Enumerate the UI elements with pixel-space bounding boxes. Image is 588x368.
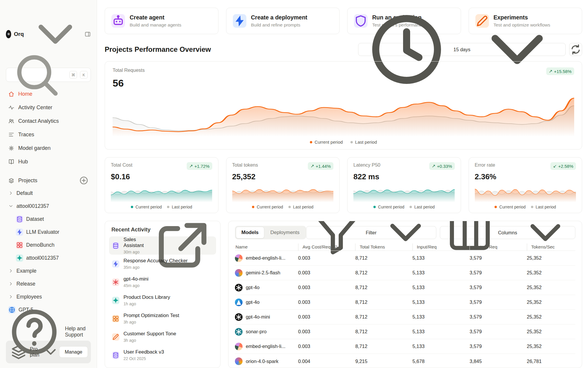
model-name-cell: gemini-2.5-flash	[235, 269, 298, 277]
change-badge: ↗ +1.72%	[187, 162, 212, 170]
sparkline-chart	[475, 183, 576, 202]
cell-total-tokens: 8,712	[355, 255, 412, 261]
metric-value: $0.16	[111, 172, 212, 181]
cell-output-req: 3,579	[470, 329, 527, 334]
tree-item-attool0012357[interactable]: attool0012357	[6, 200, 91, 213]
cell-input-req: 5,133	[412, 329, 470, 334]
column-header-name[interactable]: Name	[235, 243, 298, 251]
bolt-icon	[16, 228, 23, 236]
activity-item[interactable]: Prompt Optimization Test 3h ago	[109, 309, 216, 328]
projects-icon	[8, 178, 14, 184]
grid-icon	[16, 241, 23, 249]
filter-button[interactable]: Filter	[306, 226, 436, 239]
manage-button[interactable]: Manage	[59, 346, 88, 358]
overview-header: Projects Performance Overview 15 days	[105, 43, 582, 56]
tree-item-example[interactable]: Example	[6, 264, 91, 277]
cell-output-req: 3,579	[470, 344, 527, 349]
add-project-button[interactable]	[79, 176, 88, 185]
activity-name: Response Accuracy Checker	[123, 258, 188, 264]
columns-button[interactable]: Columns	[440, 226, 575, 239]
table-row[interactable]: gpt-4o-mini0.0038,7125,1333,57925,352	[235, 310, 575, 324]
cell-output-req: 3,845	[470, 359, 527, 364]
tree-item-label: Default	[16, 190, 33, 196]
model-name-cell: embed-english-li...	[235, 343, 298, 350]
cell-avg-cost: 0.004	[298, 359, 355, 364]
column-header-input-req[interactable]: Input/Req	[412, 243, 470, 251]
tree-item-demobunch[interactable]: DemoBunch	[6, 238, 91, 251]
column-header-total-tokens[interactable]: Total Tokens	[355, 243, 412, 251]
table-row[interactable]: gpt-4o0.0038,7125,1333,57925,352	[235, 280, 575, 295]
cell-avg-cost: 0.003	[298, 270, 355, 276]
sidebar-footer: Help and Support Pro plan Manage	[6, 321, 91, 363]
tree-item-label: Dataset	[26, 216, 44, 222]
sidebar-item-home[interactable]: Home	[6, 87, 91, 101]
help-and-support[interactable]: Help and Support	[6, 325, 91, 338]
table-row[interactable]: gpt-4o0.0038,7125,1333,57925,352	[235, 295, 575, 310]
tree-item-llm-evaluator[interactable]: LLM Evaluator	[6, 226, 91, 238]
last-period-dot	[531, 206, 533, 208]
bottom-row: Recent Activity Sales Assistant 30m ago	[105, 221, 582, 368]
kbd-cmd: ⌘	[69, 71, 77, 79]
column-header-tokens-sec[interactable]: Tokens/Sec	[527, 243, 575, 251]
create-a-deployment-card[interactable]: Create a deployment Build and refine pro…	[226, 8, 340, 34]
tree-item-default[interactable]: Default	[6, 187, 91, 200]
cell-total-tokens: 8,712	[355, 285, 412, 290]
change-badge: ↙ +2.58%	[550, 162, 576, 170]
tree-item-release[interactable]: Release	[6, 277, 91, 290]
collapse-sidebar-button[interactable]	[84, 29, 91, 39]
plan-bar: Pro plan Manage	[6, 341, 91, 363]
cell-input-req: 5,133	[412, 270, 470, 276]
tree-item-employees[interactable]: Employees	[6, 290, 91, 303]
metric-label: Total Cost	[111, 162, 132, 168]
activity-item[interactable]: User Feedback v3 22 Oct 2025	[109, 346, 216, 364]
sidebar-item-traces[interactable]: Traces	[6, 128, 91, 141]
sidebar-item-contact-analytics[interactable]: Contact Analytics	[6, 114, 91, 128]
tab-deployments[interactable]: Deployments	[265, 227, 305, 238]
action-title: Create a deployment	[251, 14, 308, 21]
date-range-select[interactable]: 15 days	[358, 43, 566, 56]
current-period-dot	[131, 206, 133, 208]
activity-name: Product Docs Library	[123, 294, 170, 300]
chevron-right-icon	[8, 190, 14, 196]
main-content: Create agent Build and manage agents Cre…	[97, 0, 588, 368]
column-header-avg-cost-req[interactable]: Avg Cost/Req ($)	[298, 243, 355, 251]
last-period-dot	[350, 141, 353, 143]
table-tabs: ModelsDeployments	[235, 226, 306, 239]
cell-input-req: 5,678	[412, 359, 470, 364]
plan-selector[interactable]: Pro plan	[9, 343, 59, 361]
activity-name: Prompt Optimization Test	[123, 313, 179, 319]
activity-item[interactable]: Customer Support Tone 3h ago	[109, 328, 216, 346]
table-row[interactable]: gemini-2.5-flash0.0038,7125,1333,57925,3…	[235, 266, 575, 280]
cell-output-req: 3,579	[470, 314, 527, 320]
table-row[interactable]: embed-english-li...0.0038,7125,1333,5792…	[235, 339, 575, 354]
model-name-cell: gpt-4o	[235, 284, 298, 291]
tab-models[interactable]: Models	[236, 227, 264, 238]
table-row[interactable]: embed-english-li...0.0038,7125,1333,5792…	[235, 251, 575, 266]
cell-output-req: 3,579	[470, 270, 527, 276]
table-header: NameAvg Cost/Req ($)Total TokensInput/Re…	[235, 243, 575, 251]
total-tokens-sparkline	[232, 183, 334, 202]
tree-item-dataset[interactable]: Dataset	[6, 213, 91, 226]
create-agent-card[interactable]: Create agent Build and manage agents	[105, 8, 218, 34]
activity-time: 1h ago	[123, 301, 170, 306]
sidebar-item-activity-center[interactable]: Activity Center	[6, 101, 91, 114]
search-box[interactable]: ⌘ K	[6, 68, 91, 82]
cell-tokens-sec: 25,352	[527, 255, 575, 261]
cell-input-req: 5,133	[412, 314, 470, 320]
column-header-output-req[interactable]: Output/Req	[470, 243, 527, 251]
metric-value: 2.36%	[475, 172, 576, 181]
table-row[interactable]: sonar-pro0.0038,7125,1333,57925,352	[235, 324, 575, 339]
activity-item[interactable]: Product Docs Library 1h ago	[109, 291, 216, 309]
help-label: Help and Support	[65, 326, 90, 338]
sidebar-item-hub[interactable]: Hub	[6, 155, 91, 168]
refresh-button[interactable]	[569, 43, 582, 56]
sidebar-item-model-garden[interactable]: Model garden	[6, 141, 91, 155]
table-row[interactable]: orion-4.0-spark0.0049,2155,6783,84526,78…	[235, 354, 575, 368]
tree-item-attool0012357[interactable]: attool0012357	[6, 251, 91, 264]
activity-item[interactable]: Sales Assistant 30m ago	[109, 236, 216, 255]
chevron-down-icon	[8, 203, 14, 209]
activity-time: 3h ago	[123, 338, 176, 343]
cell-total-tokens: 8,712	[355, 299, 412, 305]
overview-chart	[113, 92, 574, 137]
cell-avg-cost: 0.003	[298, 344, 355, 349]
